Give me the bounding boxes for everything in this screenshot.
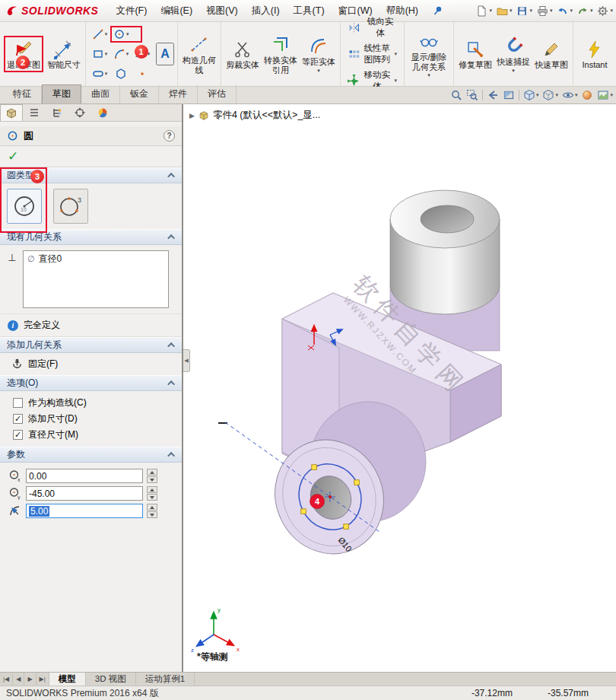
undo-button[interactable] [554,3,574,19]
section-options: 选项(O) 作为构造线(C) ✓ 添加尺寸(D) ✓ 直径尺寸(M) [0,375,182,447]
redo-button[interactable] [575,3,595,19]
relations-listbox[interactable]: ∅ 直径0 [23,250,169,308]
diameter-dimension-checkbox[interactable]: ✓ [13,430,23,440]
fix-relation-button[interactable]: 固定(F) [8,355,175,373]
tab-sketch[interactable]: 草图 [42,84,81,103]
print-button[interactable] [535,3,554,19]
relation-list-item[interactable]: ∅ 直径0 [24,251,168,267]
instant2d-button[interactable]: Instant [576,37,613,71]
tab-scroll-last[interactable]: ▶| [37,673,49,686]
feature-tree-flyout[interactable]: ▶ 零件4 (默认<<默认>_显... [189,109,320,122]
tab-surfaces[interactable]: 曲面 [81,85,120,103]
parameters-header[interactable]: 参数 [0,447,182,463]
line-icon [92,28,104,40]
hide-show-items-button[interactable] [562,89,578,101]
tab-configurations[interactable] [46,104,68,121]
tab-3d-views[interactable]: 3D 视图 [86,673,136,686]
radius-stepper[interactable] [147,504,157,518]
display-style-button[interactable] [542,89,558,101]
ok-button[interactable]: ✓ [8,148,18,164]
handle-west[interactable] [301,509,306,514]
model-scene[interactable]: 软件自学网 WWW.RJZXW.COM Ø10 [183,104,616,672]
circle-tool-button[interactable] [113,27,130,41]
center-y-field[interactable]: -45.00 [26,486,143,501]
edit-appearance-button[interactable] [581,89,593,101]
linear-sketch-pattern-button[interactable]: 线性草图阵列 [344,41,401,67]
center-x-stepper[interactable] [147,469,157,483]
existing-relations-header[interactable]: 现有几何关系 [0,229,182,245]
tab-dimxpert[interactable] [68,104,91,121]
center-x-field[interactable]: 0.00 [26,469,143,483]
trim-entities-button[interactable]: 剪裁实体 [224,37,261,71]
menu-file[interactable]: 文件(F) [109,1,154,21]
add-relations-header[interactable]: 添加几何关系 [0,337,182,353]
add-dimension-checkbox[interactable]: ✓ [13,414,23,424]
text-tool-button[interactable]: A [156,43,174,65]
tab-scroll-next[interactable]: ▶ [24,673,36,686]
eye-icon [562,89,574,101]
graphics-viewport[interactable]: 软件自学网 WWW.RJZXW.COM Ø10 [183,104,616,672]
view-settings-button[interactable] [597,89,613,101]
rapid-sketch-button[interactable]: 快速草图 [533,37,570,71]
definition-status-label: 完全定义 [24,319,60,332]
repair-sketch-button[interactable]: 修复草图 [457,37,494,71]
tab-model[interactable]: 模型 [49,673,86,686]
sketch-center-point[interactable] [329,495,332,498]
open-document-button[interactable] [494,3,514,19]
convert-entities-button[interactable]: 转换实体引用 [262,33,299,75]
tab-propertymanager[interactable] [0,104,23,121]
new-document-button[interactable] [474,3,494,19]
handle-south[interactable] [344,524,349,530]
rapid-sketch-icon [541,40,561,59]
construction-checkbox[interactable] [13,398,23,408]
menu-tools[interactable]: 工具(T) [287,1,332,21]
point-tool-button[interactable] [135,67,149,81]
ribbon-group-construction: 构造几何线 [178,22,221,86]
tab-evaluate[interactable]: 评估 [198,85,237,103]
expand-arrow-icon[interactable]: ▶ [189,112,195,119]
save-button[interactable] [514,3,534,19]
tab-displaymanager[interactable] [91,104,114,121]
menu-insert[interactable]: 插入(I) [245,1,287,21]
options-button[interactable] [595,3,614,19]
display-delete-relations-button[interactable]: 显示/删除几何关系 [408,30,450,78]
perimeter-circle-type-button[interactable]: 3 [53,189,88,224]
tab-featuretree[interactable] [23,104,46,121]
rectangle-tool-button[interactable] [91,47,109,61]
zoom-fit-button[interactable] [450,89,462,101]
construction-geometry-button[interactable]: 构造几何线 [181,33,218,75]
offset-entities-label: 等距实体 [302,57,335,67]
handle-east[interactable] [354,480,360,485]
slot-tool-button[interactable] [91,67,109,81]
circle-type-header[interactable]: 圆类型 [0,167,182,183]
tab-weldments[interactable]: 焊件 [159,85,198,103]
offset-entities-button[interactable]: 等距实体 [300,34,337,74]
handle-north[interactable] [312,465,317,470]
center-circle-type-button[interactable]: 10 [7,189,42,224]
tab-scroll-first[interactable]: |◀ [0,673,13,686]
smart-dimension-button[interactable]: 智能尺寸 [46,37,82,71]
pin-menu-icon[interactable] [433,5,443,16]
tab-scroll-prev[interactable]: ◀ [13,673,24,686]
menu-view[interactable]: 视图(V) [199,1,245,21]
panel-collapse-handle[interactable]: ◀ [183,349,190,372]
options-header[interactable]: 选项(O) [0,375,182,391]
radius-field[interactable]: 5.00 [26,504,143,518]
mirror-entities-button[interactable]: 镜向实体 [344,14,401,40]
tab-features[interactable]: 特征 [3,85,42,103]
previous-view-button[interactable] [487,89,499,101]
line-tool-button[interactable] [91,27,109,41]
section-view-button[interactable] [503,89,515,101]
quick-snaps-button[interactable]: 快速捕捉 [495,34,532,74]
zoom-area-button[interactable] [466,89,478,101]
tab-motion-study[interactable]: 运动算例1 [136,673,195,686]
tab-sheet-metal[interactable]: 钣金 [120,85,159,103]
arc-tool-button[interactable] [113,47,130,61]
polygon-tool-button[interactable] [114,67,128,81]
collapse-chevron-icon [167,380,175,388]
menu-edit[interactable]: 编辑(E) [154,1,199,21]
view-orientation-button[interactable] [523,89,539,101]
center-y-stepper[interactable] [147,486,157,501]
help-button[interactable]: ? [164,130,175,142]
feature-tree-item-label[interactable]: 零件4 (默认<<默认>_显... [213,109,320,122]
